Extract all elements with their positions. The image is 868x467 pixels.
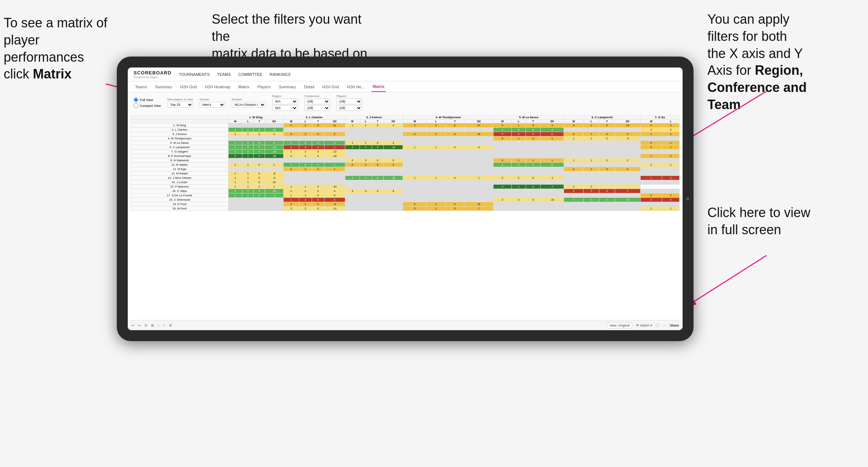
filter-gender-select[interactable]: Men's	[200, 102, 225, 108]
matrix-cell: 2	[640, 128, 662, 132]
filter-max-select[interactable]: Top 25	[168, 102, 193, 108]
filter-region-label: Region	[272, 94, 298, 98]
view-original-btn[interactable]: View: Original	[607, 323, 632, 328]
settings-btn[interactable]: ⚙	[169, 324, 172, 327]
matrix-cell	[427, 171, 446, 176]
compact-view-input[interactable]	[134, 103, 138, 108]
matrix-cell	[427, 141, 446, 145]
tab-matrix-players[interactable]: Matrix	[237, 81, 251, 92]
matrix-cell: 4	[615, 167, 640, 171]
tab-summary2[interactable]: Summary	[277, 81, 297, 92]
sh-w5: W	[493, 120, 511, 123]
tab-h2h-grid[interactable]: H2H Grid	[178, 81, 198, 92]
zoom-out-btn[interactable]: −	[158, 324, 160, 327]
matrix-cell	[403, 150, 427, 154]
matrix-cell: 1	[228, 145, 242, 150]
filter-region-x[interactable]: N/A	[272, 99, 298, 104]
tablet-screen: SCOREBOARD Powered by clippd TOURNAMENTS…	[128, 67, 683, 330]
matrix-cell: 1	[564, 198, 584, 202]
filter-conf-x[interactable]: (All)	[304, 99, 330, 104]
nav-committee[interactable]: COMMITTEE	[238, 72, 262, 77]
matrix-cell: 1	[640, 163, 662, 167]
matrix-cell: 3	[299, 207, 312, 211]
tab-matrix-active[interactable]: Matrix	[371, 81, 386, 92]
tab-teams[interactable]: Teams	[134, 81, 148, 92]
matrix-cell	[384, 185, 403, 189]
redo-btn[interactable]: ↪	[138, 324, 141, 327]
filter-players-x[interactable]: (All)	[337, 99, 362, 104]
share-btn[interactable]: Share	[670, 324, 679, 327]
tab-h2h-grid2[interactable]: H2H Grid	[321, 81, 341, 92]
matrix-cell	[228, 136, 242, 141]
tab-players[interactable]: Players	[256, 81, 272, 92]
tab-h2hhe[interactable]: H2H He...	[346, 81, 366, 92]
matrix-cell	[640, 189, 662, 193]
matrix-cell: 0	[299, 141, 312, 145]
matrix-cell: 2	[254, 154, 265, 158]
matrix-cell: 1	[511, 158, 526, 163]
more-btn[interactable]: ⋯	[663, 324, 666, 327]
refresh-btn[interactable]: ⟳	[145, 324, 147, 327]
annotation-right-top: You can apply filters for both the X axi…	[707, 11, 839, 113]
nav-teams[interactable]: TEAMS	[217, 72, 231, 77]
matrix-cell	[360, 150, 372, 154]
matrix-cell	[540, 180, 564, 185]
tab-h2h-heatmap[interactable]: H2H Heatmap	[203, 81, 232, 92]
matrix-cell: 0	[283, 132, 299, 136]
undo-btn[interactable]: ↩	[131, 324, 134, 327]
matrix-cell: 0	[403, 207, 427, 211]
filter-gender: Gender Men's	[200, 98, 225, 108]
full-view-input[interactable]	[134, 97, 138, 102]
sh-l4: L	[427, 120, 446, 123]
tablet-home-button[interactable]	[686, 197, 689, 200]
matrix-cell: -15	[265, 150, 283, 154]
matrix-cell: 0	[445, 145, 464, 150]
matrix-cell	[511, 154, 526, 158]
ann-center-line1: Select the filters you want the	[212, 12, 361, 44]
matrix-cell	[324, 136, 345, 141]
tab-summary[interactable]: Summary	[153, 81, 173, 92]
zoom-in-btn[interactable]: +	[163, 324, 165, 327]
matrix-cell: 2	[662, 193, 680, 198]
filter-region-y[interactable]: N/A	[272, 105, 298, 111]
compact-view-radio[interactable]: Compact View	[134, 103, 161, 108]
matrix-cell: -19	[384, 176, 403, 180]
matrix-cell: 0	[283, 167, 299, 171]
matrix-cell	[526, 171, 541, 176]
screen-btn[interactable]: ⛶	[656, 324, 659, 327]
filter-region: Region N/A N/A	[272, 94, 298, 111]
matrix-area[interactable]: 1. W Ding 2. L Clanton 3. J Koivun 4. M …	[128, 113, 683, 320]
matrix-cell	[445, 171, 464, 176]
matrix-cell: 1	[345, 176, 360, 180]
annotation-center: Select the filters you want the matrix d…	[212, 11, 380, 62]
watch-btn[interactable]: 👁 Watch ▾	[636, 324, 652, 327]
matrix-cell	[403, 189, 427, 193]
matrix-cell: 1	[427, 207, 446, 211]
filter-conf-y[interactable]: (All)	[304, 105, 330, 111]
ann-rt-l6: Team	[707, 97, 741, 112]
matrix-cell: 1	[299, 193, 312, 198]
matrix-cell: 1	[662, 207, 680, 211]
matrix-cell: 0	[599, 132, 615, 136]
matrix-cell	[445, 136, 464, 141]
sh-l7: L	[662, 120, 680, 123]
filter-division-select[interactable]: NCAA Division I	[232, 102, 266, 108]
matrix-cell	[599, 154, 615, 158]
tab-detail[interactable]: Detail	[303, 81, 316, 92]
filter-players-y[interactable]: (All)	[337, 105, 362, 111]
grid-btn[interactable]: ⊞	[151, 324, 154, 327]
nav-tournaments[interactable]: TOURNAMENTS	[179, 72, 210, 77]
matrix-cell: 11	[540, 163, 564, 167]
matrix-cell	[526, 141, 541, 145]
matrix-cell	[584, 207, 599, 211]
full-view-radio[interactable]: Full View	[134, 97, 161, 102]
matrix-cell	[265, 136, 283, 141]
matrix-cell: 0	[312, 132, 324, 136]
nav-rankings[interactable]: RANKINGS	[270, 72, 291, 77]
matrix-cell: 2	[511, 176, 526, 180]
matrix-cell	[564, 193, 584, 198]
matrix-cell: 2	[493, 198, 511, 202]
matrix-cell	[254, 123, 265, 128]
matrix-cell: 1	[540, 158, 564, 163]
matrix-cell	[345, 150, 360, 154]
